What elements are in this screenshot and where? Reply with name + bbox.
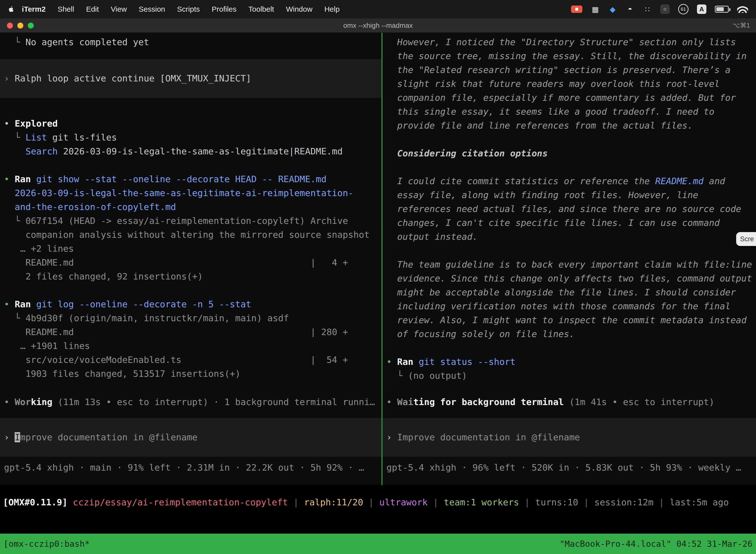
menu-items: iTerm2ShellEditViewSessionScriptsProfile…: [16, 5, 345, 13]
terminal-line: the "Related research writing" section i…: [382, 63, 756, 77]
apple-menu[interactable]: [8, 6, 14, 13]
password-manager-icon[interactable]: ○: [660, 4, 670, 14]
text-run: gpt-5.4 xhigh · main · 91% left · 2.31M …: [4, 462, 364, 473]
terminal-line: might be acceptable alongside the file l…: [382, 285, 756, 299]
menu-item-scripts[interactable]: Scripts: [171, 5, 206, 13]
text-run: Considering citation options: [386, 148, 548, 158]
menu-item-edit[interactable]: Edit: [80, 5, 105, 13]
minimize-button[interactable]: [17, 22, 23, 29]
terminal: └ No agents completed yet › Ralph loop a…: [0, 33, 756, 485]
left-prompt-input[interactable]: › Improve documentation in @filename: [0, 418, 381, 457]
menu-item-profiles[interactable]: Profiles: [206, 5, 242, 13]
text-run: ›: [4, 73, 15, 84]
terminal-line: README.md | 4 +: [0, 256, 381, 270]
dots-grid-icon[interactable]: ∷: [643, 4, 652, 14]
menu-item-help[interactable]: Help: [318, 5, 346, 13]
left-working-status: • Working (11m 13s • esc to interrupt) ·…: [0, 395, 381, 409]
text-run: However, I noticed the "Directory Struct…: [386, 37, 736, 47]
terminal-line: references need actual files, and since …: [382, 202, 756, 216]
text-run: [67, 497, 73, 507]
terminal-line: evidence. Since this change only affects…: [382, 272, 756, 285]
ralph-loop-banner: › Ralph loop active continue [OMX_TMUX_I…: [0, 59, 381, 98]
terminal-line: [0, 283, 381, 297]
screen: iTerm2ShellEditViewSessionScriptsProfile…: [0, 0, 756, 554]
text-run: cczip/essay/ai-reimplementation-copyleft: [73, 497, 288, 507]
terminal-line: • Ran git status --short: [382, 355, 756, 369]
terminal-line: changes, I can't cite specific file line…: [382, 216, 756, 230]
terminal-line: └ No agents completed yet: [0, 35, 381, 49]
tmux-status-bar: [omx-cczip0:bash* "MacBook-Pro-44.local"…: [0, 534, 756, 554]
text-run: Wai: [397, 397, 413, 407]
screen-recording-indicator[interactable]: [571, 5, 582, 13]
terminal-line: 1903 files changed, 513517 insertions(+): [0, 367, 381, 381]
window-title-bar[interactable]: omx --xhigh --madmax ⌥⌘1: [0, 18, 756, 33]
text-run: I could cite commit statistics or refere…: [386, 176, 655, 186]
text-run: Wor: [15, 397, 31, 407]
zoom-button[interactable]: [28, 22, 34, 29]
input-source-icon[interactable]: A: [697, 4, 706, 14]
text-run: |: [363, 497, 379, 507]
text-run: 1903 files changed, 513517 insertions(+): [4, 369, 241, 379]
terminal-line: 2 files changed, 92 insertions(+): [0, 270, 381, 283]
text-run: Improve documentation in @filename: [397, 432, 580, 442]
text-run: ›: [4, 432, 15, 442]
text-run: README.md: [655, 176, 704, 186]
terminal-line: The team guideline is to back every impo…: [382, 258, 756, 272]
terminal-line: I could cite commit statistics or refere…: [382, 174, 756, 188]
text-run: gpt-5.4 xhigh · 96% left · 520K in · 5.8…: [386, 462, 741, 473]
text-run: slight risk that future readers may over…: [386, 79, 720, 89]
menu-item-window[interactable]: Window: [280, 5, 318, 13]
right-prompt-input[interactable]: › Improve documentation in @filename: [382, 418, 756, 457]
left-pane[interactable]: └ No agents completed yet › Ralph loop a…: [0, 33, 381, 485]
text-run: companion file, especially if more comme…: [386, 93, 736, 103]
menu-item-iterm2[interactable]: iTerm2: [16, 5, 52, 13]
terminal-line: [382, 341, 756, 355]
text-run: I: [15, 432, 20, 442]
tmux-session-label: [omx-cczip0:bash*: [3, 539, 90, 549]
text-run: No agents completed yet: [25, 37, 149, 47]
battery-percentage-badge[interactable]: 61: [678, 4, 689, 14]
right-main-lines: However, I noticed the "Directory Struct…: [382, 35, 756, 383]
left-top-lines: └ No agents completed yet: [0, 35, 381, 49]
raycast-icon[interactable]: ◆: [608, 4, 617, 14]
text-run: including verification notes with those …: [386, 301, 731, 311]
text-run: The team guideline is to back every impo…: [386, 259, 752, 270]
terminal-line: • Ran git log --oneline --decorate -n 5 …: [0, 297, 381, 311]
menu-item-shell[interactable]: Shell: [52, 5, 80, 13]
terminal-line: • Working (11m 13s • esc to interrupt) ·…: [0, 395, 381, 409]
text-run: └ 067f154 (HEAD -> essay/ai-reimplementa…: [4, 216, 348, 226]
menu-item-view[interactable]: View: [105, 5, 133, 13]
left-main-lines: • Explored └ List git ls-files Search 20…: [0, 117, 381, 381]
text-run: ralph:11/20: [304, 497, 363, 507]
terminal-line: • Ran git show --stat --oneline --decora…: [0, 172, 381, 186]
terminal-line: 2026-03-09-is-legal-the-same-as-legitima…: [0, 186, 381, 200]
text-run: … +2 lines: [4, 243, 74, 254]
menu-item-session[interactable]: Session: [133, 5, 171, 13]
text-run: Ralph loop active continue [OMX_TMUX_INJ…: [15, 73, 251, 84]
text-run: 2 files changed, 92 insertions(+): [4, 271, 203, 281]
text-run: src/voice/voiceModeEnabled.ts | 54 +: [4, 355, 348, 365]
text-run: •: [386, 357, 397, 367]
terminal-line: └ 4b9d30f (origin/main, instructkr/main,…: [0, 311, 381, 325]
text-run: List: [25, 132, 47, 143]
terminal-line: [0, 158, 381, 172]
text-run: └: [4, 132, 25, 143]
text-run: •: [4, 397, 15, 407]
close-button[interactable]: [7, 22, 13, 29]
shortcut-app-icon[interactable]: ◓: [626, 4, 634, 14]
menu-item-toolbelt[interactable]: Toolbelt: [243, 5, 280, 13]
text-run: git log --oneline --decorate -n 5 --stat: [36, 299, 251, 309]
wifi-icon[interactable]: [737, 5, 748, 13]
screen-share-overlay-tab[interactable]: Scre: [736, 232, 756, 246]
text-run: 2026-03-09-is-legal-the-same-as-legitima…: [58, 146, 343, 156]
text-run: changes, I can't cite specific file line…: [386, 218, 720, 228]
window-manager-icon[interactable]: ▦: [591, 4, 600, 14]
right-pane[interactable]: However, I noticed the "Directory Struct…: [382, 33, 756, 485]
battery-icon[interactable]: [715, 6, 729, 13]
terminal-line: and-the-erosion-of-copyleft.md: [0, 200, 381, 214]
terminal-line: companion file, especially if more comme…: [382, 91, 756, 105]
text-run: turns:10: [535, 497, 578, 507]
text-run: evidence. Since this change only affects…: [386, 273, 752, 283]
text-run: king: [31, 397, 52, 407]
text-run: (1m 41s • esc to interrupt): [564, 397, 714, 407]
